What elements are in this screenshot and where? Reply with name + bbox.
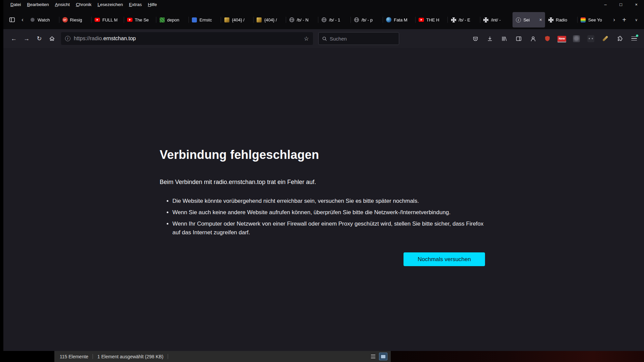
gold-404-favicon-icon [257,17,262,22]
tab-title: Watch [38,17,56,22]
highlighter-extension-icon[interactable] [600,34,610,43]
firefox-window: Datei Bearbeiten Ansicht Chronik Lesezei… [3,0,644,351]
tab-title: See Yo [588,17,607,22]
search-bar[interactable]: Suchen [318,32,399,45]
youtube-favicon-icon [127,17,132,22]
close-button[interactable]: × [629,0,644,9]
statusbar-divider [168,354,168,359]
tab-title: THE H [426,17,445,22]
home-button[interactable] [46,33,58,44]
new-badge-label: New [557,36,566,42]
tab-close-icon[interactable]: × [539,17,542,22]
forward-button[interactable]: → [21,33,32,44]
ublock-origin-icon[interactable] [543,34,552,43]
tab-404-a[interactable]: {404} / [221,12,254,27]
tab-b-n[interactable]: /b/ - N [286,12,319,27]
search-placeholder: Suchen [330,36,347,42]
pocket-icon[interactable] [471,34,480,43]
thumbnail-view-button[interactable] [379,353,387,360]
tab-radio[interactable]: Radio [545,12,578,27]
menu-extras[interactable]: Extras [126,1,145,8]
error-suggestion: Wenn Sie auch keine andere Website aufru… [172,208,485,217]
account-icon[interactable] [528,34,538,43]
tab-title: Fata M [394,17,413,22]
tab-full-m[interactable]: FULL M [92,12,124,27]
page-content: Verbindung fehlgeschlagen Beim Verbinden… [3,48,644,351]
tab-int[interactable]: /int/ - [480,12,513,27]
bookmark-star-icon[interactable]: ☆ [304,35,309,42]
menu-bearbeiten[interactable]: Bearbeiten [24,1,52,8]
tab-404-b[interactable]: {404} / [254,12,286,27]
menu-datei[interactable]: Datei [7,1,24,8]
error-intro: Beim Verbinden mit radio.ernstchan.top t… [160,179,485,186]
tab-b-1[interactable]: /b/ - 1 [318,12,351,27]
iron-cross-favicon-icon [548,17,553,22]
tab-seitenladefehler-active[interactable]: Sei × [513,12,545,27]
back-button[interactable]: ← [8,33,19,44]
menu-lesezeichen[interactable]: Lesezeichen [95,1,126,8]
tab-title: /b/ - 1 [329,17,348,22]
desktop-background-strip: 115 Elemente 1 Element ausgewählt (298 K… [0,351,644,362]
neterror-container: Verbindung fehlgeschlagen Beim Verbinden… [160,148,485,266]
tab-title: The Se [135,17,154,22]
menu-ansicht[interactable]: Ansicht [52,1,73,8]
notification-dot [636,35,638,37]
tab-title: /b/ - E [459,17,477,22]
site-info-icon[interactable] [65,36,70,41]
menu-hilfe[interactable]: Hilfe [145,1,160,8]
tab-b-e[interactable]: /b/ - E [448,12,480,27]
tab-title: /int/ - [491,17,510,22]
tab-riesig[interactable]: Riesig [59,12,92,27]
toolbar-icon-cluster: New [471,34,639,43]
new-tab-button[interactable]: + [619,14,630,25]
extension-swirl-icon[interactable] [572,34,581,43]
generic-favicon-icon [30,17,35,22]
tab-fata-m[interactable]: Fata M [383,12,416,27]
tab-the-h[interactable]: THE H [416,12,448,27]
details-view-button[interactable] [369,353,377,360]
extensions-puzzle-icon[interactable] [615,34,624,43]
tab-see-yo[interactable]: See Yo [578,12,610,27]
scroll-tabs-left-icon[interactable]: ‹ [18,14,27,26]
tab-watch[interactable]: Watch [27,12,59,27]
sidebar-toggle-icon[interactable] [514,34,523,43]
list-all-tabs-icon[interactable]: ∨ [631,14,641,25]
tab-the-se[interactable]: The Se [124,12,157,27]
minimize-button[interactable]: – [598,0,613,9]
tab-b-p[interactable]: /b/ - p [351,12,383,27]
tab-title: /b/ - p [362,17,380,22]
tab-title: Riesig [70,17,89,22]
error-suggestion: Wenn Ihr Computer oder Netzwerk von eine… [172,220,485,237]
rainbow-favicon-icon [581,17,586,22]
library-icon[interactable] [499,34,509,43]
statusbar-items-count: 115 Elemente [60,354,88,359]
scroll-tabs-right-icon[interactable]: › [610,14,619,26]
retry-button[interactable]: Nochmals versuchen [404,252,485,266]
search-icon [322,36,327,41]
extension-dark-icon[interactable] [586,34,595,43]
reload-button[interactable]: ↻ [34,33,45,44]
url-bar[interactable]: https://radio.ernstchan.top ☆ [61,32,313,45]
hamburger-menu-icon[interactable] [629,34,639,43]
downloads-icon[interactable] [485,34,494,43]
tab-title: Sei [523,17,537,22]
globe-favicon-icon [289,17,294,22]
iron-cross-favicon-icon [451,17,456,22]
globe-favicon-icon [354,17,359,22]
tab-depon[interactable]: depon [156,12,189,27]
tab-ernstc[interactable]: Ernstc [189,12,221,27]
url-scheme-subdomain: https://radio. [74,36,103,41]
error-suggestion-list: Die Website könnte vorübergehend nicht e… [160,197,485,237]
extension-new-badge-icon[interactable]: New [557,34,567,43]
tab-title: Radio [556,17,575,22]
firefox-view-button[interactable] [6,14,18,26]
url-text: https://radio.ernstchan.top [74,36,136,42]
error-suggestion: Die Website könnte vorübergehend nicht e… [172,197,485,205]
window-controls: – □ × [598,0,644,9]
menu-chronik[interactable]: Chronik [73,1,95,8]
maximize-button[interactable]: □ [613,0,629,9]
menu-bar: Datei Bearbeiten Ansicht Chronik Lesezei… [3,0,644,9]
globe-favicon-icon [321,17,327,22]
tab-bar: ‹ Watch Riesig FULL M The Se depon [3,9,644,29]
tab-title: depon [167,17,186,22]
